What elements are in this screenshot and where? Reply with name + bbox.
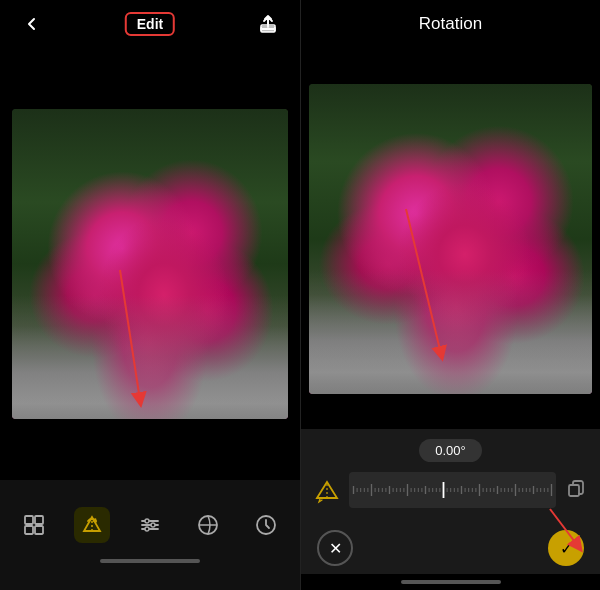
slider-row xyxy=(301,472,600,508)
slider-ticks xyxy=(349,472,556,508)
edit-badge-container: Edit xyxy=(125,15,175,33)
rotation-right-icon[interactable] xyxy=(564,476,588,504)
toolbar-icons xyxy=(0,497,342,553)
rotation-left-icon[interactable] xyxy=(313,476,341,504)
angle-display: 0.00° xyxy=(419,439,482,462)
left-header: Edit xyxy=(0,0,300,48)
toolbar-area xyxy=(0,480,300,590)
svg-rect-5 xyxy=(35,516,43,524)
share-button[interactable] xyxy=(252,8,284,40)
svg-rect-4 xyxy=(25,516,33,524)
back-button[interactable] xyxy=(16,8,48,40)
left-panel: Edit xyxy=(0,0,300,590)
filter-tool[interactable] xyxy=(190,507,226,543)
svg-rect-7 xyxy=(35,526,43,534)
home-indicator xyxy=(100,559,200,563)
right-panel: Rotation 0.00° xyxy=(300,0,600,590)
right-confirm-arrow xyxy=(530,504,590,554)
right-header: Rotation xyxy=(301,0,600,48)
cancel-icon: ✕ xyxy=(329,539,342,558)
edit-badge[interactable]: Edit xyxy=(125,12,175,36)
layout-tool[interactable] xyxy=(16,507,52,543)
adjust-icon xyxy=(138,513,162,537)
rotation-slider[interactable] xyxy=(349,472,556,508)
layout-icon xyxy=(22,513,46,537)
svg-rect-75 xyxy=(569,485,579,496)
right-image-area xyxy=(301,48,600,429)
left-image-area xyxy=(0,48,300,480)
right-photo xyxy=(309,84,592,394)
copy-rotate-icon xyxy=(564,476,588,500)
svg-line-76 xyxy=(550,509,578,546)
level-icon xyxy=(313,476,341,504)
rotation-icon xyxy=(80,513,104,537)
filter-icon xyxy=(196,513,220,537)
adjust-tool[interactable] xyxy=(132,507,168,543)
svg-point-12 xyxy=(151,523,155,527)
rotation-tool[interactable] xyxy=(74,507,110,543)
rotation-title: Rotation xyxy=(419,14,482,34)
chevron-left-icon xyxy=(23,15,41,33)
time-icon xyxy=(254,513,278,537)
ticks-svg xyxy=(349,472,556,508)
svg-point-11 xyxy=(145,519,149,523)
time-tool[interactable] xyxy=(248,507,284,543)
cancel-button[interactable]: ✕ xyxy=(317,530,353,566)
rotation-controls: 0.00° xyxy=(301,429,600,522)
share-icon xyxy=(259,15,277,33)
left-photo xyxy=(12,109,288,419)
home-indicator-right xyxy=(401,580,501,584)
svg-point-13 xyxy=(145,527,149,531)
svg-rect-6 xyxy=(25,526,33,534)
